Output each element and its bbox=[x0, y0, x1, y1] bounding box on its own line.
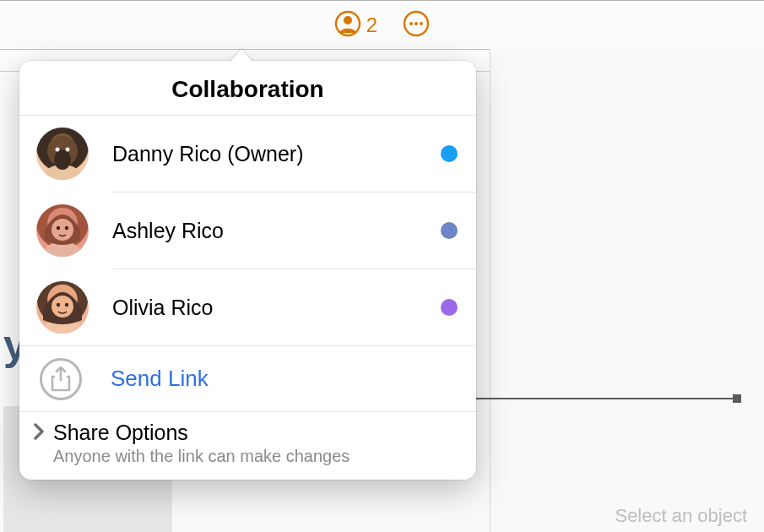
send-link-row[interactable]: Send Link bbox=[19, 345, 476, 411]
chevron-right-icon bbox=[31, 422, 46, 444]
presence-dot bbox=[441, 222, 458, 239]
participant-row[interactable]: Danny Rico (Owner) bbox=[19, 116, 476, 192]
svg-point-18 bbox=[65, 303, 68, 307]
participant-name: Olivia Rico bbox=[112, 296, 441, 320]
popover-arrow bbox=[230, 49, 253, 62]
collab-count: 2 bbox=[366, 14, 377, 37]
svg-point-10 bbox=[66, 148, 70, 152]
participant-name: Danny Rico (Owner) bbox=[112, 142, 441, 166]
share-options-subtitle: Anyone with the link can make changes bbox=[53, 447, 458, 466]
avatar bbox=[36, 204, 89, 257]
share-options-label: Share Options bbox=[53, 421, 188, 445]
send-link-label: Send Link bbox=[111, 366, 209, 392]
presence-dot bbox=[441, 145, 458, 162]
svg-point-1 bbox=[344, 16, 352, 24]
svg-point-16 bbox=[51, 296, 73, 318]
presence-dot bbox=[441, 299, 458, 316]
participant-row[interactable]: Olivia Rico bbox=[19, 269, 476, 345]
participant-name: Ashley Rico bbox=[112, 219, 441, 243]
inspector-sidebar bbox=[490, 49, 764, 532]
avatar bbox=[36, 128, 89, 180]
participant-list: Danny Rico (Owner) Ashley Rico Olivia Ri… bbox=[19, 116, 476, 345]
avatar bbox=[36, 281, 89, 334]
more-toolbar-button[interactable] bbox=[403, 10, 430, 41]
svg-point-3 bbox=[409, 22, 413, 25]
collaboration-toolbar-button[interactable]: 2 bbox=[334, 10, 377, 41]
inspector-hint: Select an object bbox=[615, 505, 747, 527]
share-icon bbox=[40, 358, 82, 400]
svg-point-14 bbox=[65, 226, 68, 230]
callout-endpoint bbox=[733, 394, 741, 403]
popover-title: Collaboration bbox=[19, 61, 476, 116]
person-icon bbox=[334, 10, 361, 41]
participant-row[interactable]: Ashley Rico bbox=[19, 193, 476, 269]
svg-point-9 bbox=[56, 148, 60, 152]
svg-point-4 bbox=[415, 22, 418, 25]
svg-point-17 bbox=[57, 303, 60, 307]
svg-point-8 bbox=[54, 149, 71, 170]
toolbar: 2 bbox=[0, 0, 764, 49]
svg-point-12 bbox=[51, 219, 73, 241]
share-options-row[interactable]: Share Options Anyone with the link can m… bbox=[19, 411, 476, 480]
ellipsis-icon bbox=[403, 10, 430, 41]
svg-point-5 bbox=[420, 22, 423, 25]
svg-point-13 bbox=[57, 226, 60, 230]
